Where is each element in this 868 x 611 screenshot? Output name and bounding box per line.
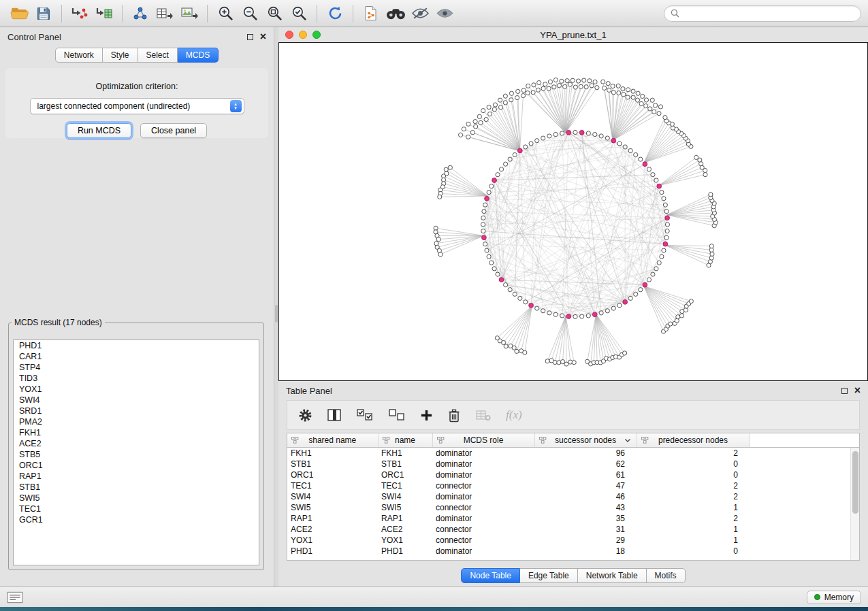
- save-session-button[interactable]: [31, 3, 56, 24]
- mcds-result-item[interactable]: TEC1: [14, 503, 259, 514]
- cell-successor-nodes[interactable]: 96: [534, 447, 637, 459]
- tab-edge-table[interactable]: Edge Table: [520, 568, 578, 583]
- cell-mcds-role[interactable]: dominator: [432, 513, 534, 524]
- mcds-result-item[interactable]: PHD1: [14, 340, 259, 351]
- tab-select[interactable]: Select: [138, 48, 178, 63]
- cell-shared-name[interactable]: SWI5: [287, 502, 378, 513]
- column-header-predecessor-nodes[interactable]: predecessor nodes: [637, 433, 750, 447]
- cell-name[interactable]: RAP1: [378, 513, 432, 524]
- cell-predecessor-nodes[interactable]: 0: [637, 469, 750, 480]
- cell-mcds-role[interactable]: dominator: [432, 447, 534, 459]
- import-network-button[interactable]: [67, 3, 92, 24]
- cell-shared-name[interactable]: ACE2: [287, 524, 378, 535]
- mcds-result-item[interactable]: FKH1: [14, 427, 259, 438]
- tab-motifs[interactable]: Motifs: [647, 568, 686, 583]
- table-row[interactable]: SWI5SWI5connector431: [287, 502, 859, 513]
- cell-name[interactable]: PHD1: [378, 546, 432, 557]
- mcds-result-item[interactable]: GCR1: [14, 514, 259, 525]
- float-panel-icon[interactable]: [247, 34, 253, 40]
- cell-successor-nodes[interactable]: 62: [534, 459, 637, 469]
- cell-shared-name[interactable]: SWI4: [287, 491, 378, 502]
- cell-predecessor-nodes[interactable]: 1: [637, 502, 750, 513]
- cell-mcds-role[interactable]: connector: [432, 502, 534, 513]
- cell-name[interactable]: FKH1: [378, 447, 432, 459]
- cell-successor-nodes[interactable]: 46: [534, 491, 637, 502]
- cell-name[interactable]: SWI4: [378, 491, 432, 502]
- close-panel-icon[interactable]: ×: [260, 33, 266, 40]
- open-session-button[interactable]: [7, 3, 31, 24]
- show-columns-button[interactable]: [327, 408, 342, 422]
- cell-name[interactable]: TEC1: [378, 480, 432, 491]
- new-network-button[interactable]: [128, 3, 152, 24]
- cell-shared-name[interactable]: ORC1: [287, 469, 378, 480]
- delete-column-button[interactable]: [447, 408, 461, 423]
- cell-successor-nodes[interactable]: 31: [534, 524, 637, 535]
- cell-name[interactable]: ORC1: [378, 469, 432, 480]
- mcds-result-item[interactable]: STB1: [14, 482, 259, 493]
- zoom-fit-button[interactable]: [262, 3, 287, 24]
- add-column-button[interactable]: [420, 409, 433, 422]
- table-scrollbar[interactable]: [850, 448, 859, 560]
- show-graphics-button[interactable]: [432, 3, 457, 24]
- hide-graphics-button[interactable]: [408, 3, 432, 24]
- column-header-name[interactable]: name: [378, 433, 432, 447]
- mcds-result-item[interactable]: CAR1: [14, 351, 259, 362]
- network-canvas[interactable]: [278, 42, 868, 381]
- window-maximize-button[interactable]: [312, 31, 321, 39]
- cell-successor-nodes[interactable]: 61: [534, 469, 637, 480]
- mcds-result-item[interactable]: ORC1: [14, 460, 259, 471]
- zoom-in-button[interactable]: [213, 3, 238, 24]
- mcds-result-item[interactable]: SWI5: [14, 493, 259, 503]
- toolbar-search[interactable]: [664, 5, 861, 22]
- cell-mcds-role[interactable]: connector: [432, 535, 534, 546]
- cell-shared-name[interactable]: YOX1: [287, 535, 378, 546]
- select-all-button[interactable]: [356, 408, 374, 422]
- mcds-result-item[interactable]: RAP1: [14, 471, 259, 482]
- mcds-result-item[interactable]: SWI4: [14, 395, 259, 406]
- cell-predecessor-nodes[interactable]: 0: [637, 459, 750, 469]
- tab-style[interactable]: Style: [103, 48, 138, 63]
- cell-successor-nodes[interactable]: 47: [534, 480, 637, 491]
- table-row[interactable]: STB1STB1dominator620: [287, 459, 859, 469]
- tab-node-table[interactable]: Node Table: [461, 568, 520, 583]
- mcds-result-item[interactable]: STB5: [14, 449, 259, 460]
- table-scrollbar-thumb[interactable]: [852, 451, 858, 514]
- delete-table-button[interactable]: [475, 408, 492, 422]
- cell-shared-name[interactable]: FKH1: [287, 447, 378, 459]
- cell-predecessor-nodes[interactable]: 2: [637, 491, 750, 502]
- column-header-MCDS-role[interactable]: MCDS role: [432, 433, 534, 447]
- float-table-panel-icon[interactable]: [841, 388, 848, 394]
- criterion-dropdown[interactable]: largest connected component (undirected)…: [30, 98, 244, 114]
- cell-name[interactable]: STB1: [378, 459, 432, 469]
- mcds-result-item[interactable]: SRD1: [14, 406, 259, 416]
- cell-name[interactable]: YOX1: [378, 535, 432, 546]
- tab-network-table[interactable]: Network Table: [578, 568, 647, 583]
- cell-predecessor-nodes[interactable]: 0: [637, 546, 750, 557]
- mcds-result-item[interactable]: STP4: [14, 362, 259, 373]
- cell-mcds-role[interactable]: connector: [432, 524, 534, 535]
- network-from-clipboard-button[interactable]: [359, 3, 383, 24]
- cell-shared-name[interactable]: RAP1: [287, 513, 378, 524]
- cell-predecessor-nodes[interactable]: 1: [637, 535, 750, 546]
- zoom-selected-button[interactable]: [287, 3, 311, 24]
- table-row[interactable]: ACE2ACE2connector311: [287, 524, 859, 535]
- table-row[interactable]: YOX1YOX1connector291: [287, 535, 859, 546]
- mcds-result-item[interactable]: ACE2: [14, 438, 259, 449]
- table-row[interactable]: RAP1RAP1dominator352: [287, 513, 859, 524]
- import-table-button[interactable]: [92, 3, 116, 24]
- table-row[interactable]: ORC1ORC1dominator610: [287, 469, 859, 480]
- task-history-button[interactable]: [7, 591, 23, 604]
- column-header-successor-nodes[interactable]: successor nodes: [534, 433, 637, 447]
- mcds-result-item[interactable]: TID3: [14, 373, 259, 384]
- table-row[interactable]: PHD1PHD1dominator180: [287, 546, 859, 557]
- cell-mcds-role[interactable]: dominator: [432, 459, 534, 469]
- cell-mcds-role[interactable]: dominator: [432, 491, 534, 502]
- table-row[interactable]: TEC1TEC1connector472: [287, 480, 859, 491]
- search-network-button[interactable]: [383, 3, 408, 24]
- cell-name[interactable]: ACE2: [378, 524, 432, 535]
- table-row[interactable]: FKH1FKH1dominator962: [287, 447, 859, 459]
- function-builder-button[interactable]: f(x): [506, 408, 522, 422]
- close-table-panel-icon[interactable]: ×: [854, 387, 861, 394]
- zoom-out-button[interactable]: [238, 3, 262, 24]
- cell-shared-name[interactable]: PHD1: [287, 546, 378, 557]
